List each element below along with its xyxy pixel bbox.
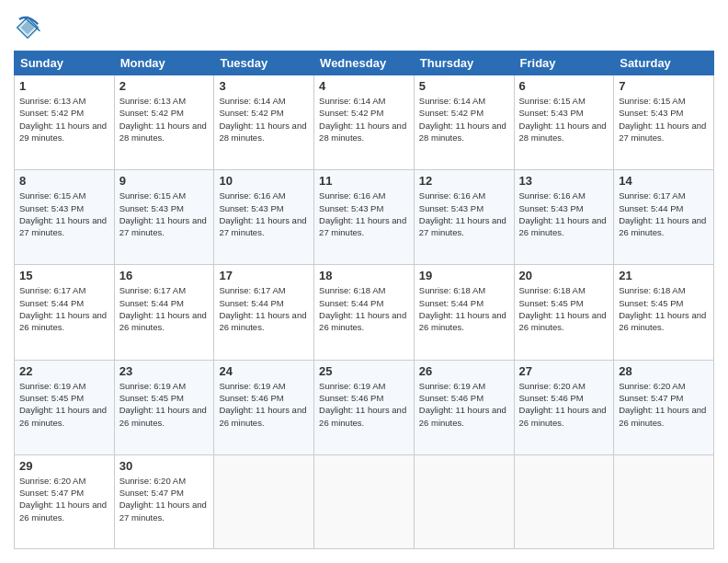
day-number: 17 xyxy=(219,269,309,282)
calendar-cell: 26Sunrise: 6:19 AMSunset: 5:46 PMDayligh… xyxy=(414,360,514,454)
day-info: Sunrise: 6:13 AMSunset: 5:42 PMDaylight:… xyxy=(19,95,109,144)
day-info: Sunrise: 6:17 AMSunset: 5:44 PMDaylight:… xyxy=(119,284,210,333)
day-header-saturday: Saturday xyxy=(614,52,714,75)
day-number: 26 xyxy=(419,364,509,378)
day-number: 25 xyxy=(319,364,409,378)
day-info: Sunrise: 6:15 AMSunset: 5:43 PMDaylight:… xyxy=(619,95,709,144)
calendar-cell: 13Sunrise: 6:16 AMSunset: 5:43 PMDayligh… xyxy=(514,170,614,265)
day-info: Sunrise: 6:20 AMSunset: 5:46 PMDaylight:… xyxy=(519,380,609,429)
day-header-sunday: Sunday xyxy=(15,52,115,75)
day-number: 28 xyxy=(619,364,709,378)
calendar-cell: 24Sunrise: 6:19 AMSunset: 5:46 PMDayligh… xyxy=(214,360,314,454)
day-number: 7 xyxy=(619,79,709,93)
day-number: 24 xyxy=(219,364,309,378)
calendar-cell: 7Sunrise: 6:15 AMSunset: 5:43 PMDaylight… xyxy=(614,75,714,170)
day-number: 22 xyxy=(19,364,109,378)
day-number: 9 xyxy=(119,174,210,188)
calendar-cell: 18Sunrise: 6:18 AMSunset: 5:44 PMDayligh… xyxy=(314,265,415,360)
day-info: Sunrise: 6:19 AMSunset: 5:46 PMDaylight:… xyxy=(219,380,309,429)
day-number: 4 xyxy=(319,79,409,93)
day-header-wednesday: Wednesday xyxy=(314,52,415,75)
day-number: 15 xyxy=(19,269,109,282)
day-number: 6 xyxy=(519,79,609,93)
day-info: Sunrise: 6:14 AMSunset: 5:42 PMDaylight:… xyxy=(419,95,509,144)
day-number: 8 xyxy=(19,174,109,188)
calendar-cell xyxy=(614,454,714,548)
calendar-week-row: 22Sunrise: 6:19 AMSunset: 5:45 PMDayligh… xyxy=(15,360,714,454)
logo-icon xyxy=(14,14,41,41)
calendar-cell: 12Sunrise: 6:16 AMSunset: 5:43 PMDayligh… xyxy=(414,170,514,265)
day-info: Sunrise: 6:16 AMSunset: 5:43 PMDaylight:… xyxy=(319,190,409,238)
day-number: 30 xyxy=(119,459,210,473)
calendar-cell: 10Sunrise: 6:16 AMSunset: 5:43 PMDayligh… xyxy=(214,170,314,265)
calendar-cell: 15Sunrise: 6:17 AMSunset: 5:44 PMDayligh… xyxy=(15,265,115,360)
calendar-cell: 19Sunrise: 6:18 AMSunset: 5:44 PMDayligh… xyxy=(414,265,514,360)
calendar-cell: 22Sunrise: 6:19 AMSunset: 5:45 PMDayligh… xyxy=(15,360,115,454)
day-number: 13 xyxy=(519,174,609,188)
calendar-cell: 6Sunrise: 6:15 AMSunset: 5:43 PMDaylight… xyxy=(514,75,614,170)
day-number: 1 xyxy=(19,79,109,93)
day-info: Sunrise: 6:20 AMSunset: 5:47 PMDaylight:… xyxy=(119,475,210,523)
calendar-cell: 17Sunrise: 6:17 AMSunset: 5:44 PMDayligh… xyxy=(214,265,314,360)
day-number: 10 xyxy=(219,174,309,188)
day-info: Sunrise: 6:19 AMSunset: 5:46 PMDaylight:… xyxy=(319,380,409,429)
day-number: 23 xyxy=(119,364,210,378)
day-number: 5 xyxy=(419,79,509,93)
calendar-table: SundayMondayTuesdayWednesdayThursdayFrid… xyxy=(14,51,714,549)
calendar-cell: 8Sunrise: 6:15 AMSunset: 5:43 PMDaylight… xyxy=(15,170,115,265)
calendar-cell: 21Sunrise: 6:18 AMSunset: 5:45 PMDayligh… xyxy=(614,265,714,360)
header xyxy=(14,14,714,41)
day-number: 29 xyxy=(19,459,109,473)
day-number: 11 xyxy=(319,174,409,188)
day-info: Sunrise: 6:13 AMSunset: 5:42 PMDaylight:… xyxy=(119,95,210,144)
day-info: Sunrise: 6:17 AMSunset: 5:44 PMDaylight:… xyxy=(219,284,309,333)
day-number: 19 xyxy=(419,269,509,282)
day-info: Sunrise: 6:17 AMSunset: 5:44 PMDaylight:… xyxy=(619,190,709,238)
calendar-cell: 29Sunrise: 6:20 AMSunset: 5:47 PMDayligh… xyxy=(15,454,115,548)
day-info: Sunrise: 6:14 AMSunset: 5:42 PMDaylight:… xyxy=(219,95,309,144)
calendar-cell: 11Sunrise: 6:16 AMSunset: 5:43 PMDayligh… xyxy=(314,170,415,265)
day-info: Sunrise: 6:19 AMSunset: 5:45 PMDaylight:… xyxy=(19,380,109,429)
day-info: Sunrise: 6:18 AMSunset: 5:44 PMDaylight:… xyxy=(419,284,509,333)
day-info: Sunrise: 6:15 AMSunset: 5:43 PMDaylight:… xyxy=(519,95,609,144)
day-number: 18 xyxy=(319,269,409,282)
calendar-cell: 25Sunrise: 6:19 AMSunset: 5:46 PMDayligh… xyxy=(314,360,415,454)
calendar-cell: 1Sunrise: 6:13 AMSunset: 5:42 PMDaylight… xyxy=(15,75,115,170)
calendar-cell xyxy=(514,454,614,548)
calendar-cell: 9Sunrise: 6:15 AMSunset: 5:43 PMDaylight… xyxy=(114,170,214,265)
calendar-cell: 4Sunrise: 6:14 AMSunset: 5:42 PMDaylight… xyxy=(314,75,415,170)
logo xyxy=(14,14,45,41)
calendar-week-row: 15Sunrise: 6:17 AMSunset: 5:44 PMDayligh… xyxy=(15,265,714,360)
day-info: Sunrise: 6:15 AMSunset: 5:43 PMDaylight:… xyxy=(19,190,109,238)
calendar-week-row: 29Sunrise: 6:20 AMSunset: 5:47 PMDayligh… xyxy=(15,454,714,548)
day-header-thursday: Thursday xyxy=(414,52,514,75)
day-info: Sunrise: 6:18 AMSunset: 5:45 PMDaylight:… xyxy=(519,284,609,333)
day-info: Sunrise: 6:18 AMSunset: 5:45 PMDaylight:… xyxy=(619,284,709,333)
day-info: Sunrise: 6:18 AMSunset: 5:44 PMDaylight:… xyxy=(319,284,409,333)
calendar-cell xyxy=(214,454,314,548)
day-info: Sunrise: 6:19 AMSunset: 5:45 PMDaylight:… xyxy=(119,380,210,429)
day-info: Sunrise: 6:14 AMSunset: 5:42 PMDaylight:… xyxy=(319,95,409,144)
day-info: Sunrise: 6:17 AMSunset: 5:44 PMDaylight:… xyxy=(19,284,109,333)
day-number: 21 xyxy=(619,269,709,282)
day-info: Sunrise: 6:19 AMSunset: 5:46 PMDaylight:… xyxy=(419,380,509,429)
calendar-cell: 27Sunrise: 6:20 AMSunset: 5:46 PMDayligh… xyxy=(514,360,614,454)
calendar-cell xyxy=(314,454,415,548)
day-header-friday: Friday xyxy=(514,52,614,75)
day-number: 16 xyxy=(119,269,210,282)
calendar-cell: 30Sunrise: 6:20 AMSunset: 5:47 PMDayligh… xyxy=(114,454,214,548)
calendar-cell: 5Sunrise: 6:14 AMSunset: 5:42 PMDaylight… xyxy=(414,75,514,170)
day-header-monday: Monday xyxy=(114,52,214,75)
day-info: Sunrise: 6:20 AMSunset: 5:47 PMDaylight:… xyxy=(19,475,109,523)
calendar-header-row: SundayMondayTuesdayWednesdayThursdayFrid… xyxy=(15,52,714,75)
calendar-cell: 16Sunrise: 6:17 AMSunset: 5:44 PMDayligh… xyxy=(114,265,214,360)
day-info: Sunrise: 6:16 AMSunset: 5:43 PMDaylight:… xyxy=(419,190,509,238)
day-number: 14 xyxy=(619,174,709,188)
day-info: Sunrise: 6:20 AMSunset: 5:47 PMDaylight:… xyxy=(619,380,709,429)
calendar-cell: 23Sunrise: 6:19 AMSunset: 5:45 PMDayligh… xyxy=(114,360,214,454)
day-number: 3 xyxy=(219,79,309,93)
day-info: Sunrise: 6:16 AMSunset: 5:43 PMDaylight:… xyxy=(219,190,309,238)
day-number: 12 xyxy=(419,174,509,188)
calendar-cell xyxy=(414,454,514,548)
day-number: 27 xyxy=(519,364,609,378)
